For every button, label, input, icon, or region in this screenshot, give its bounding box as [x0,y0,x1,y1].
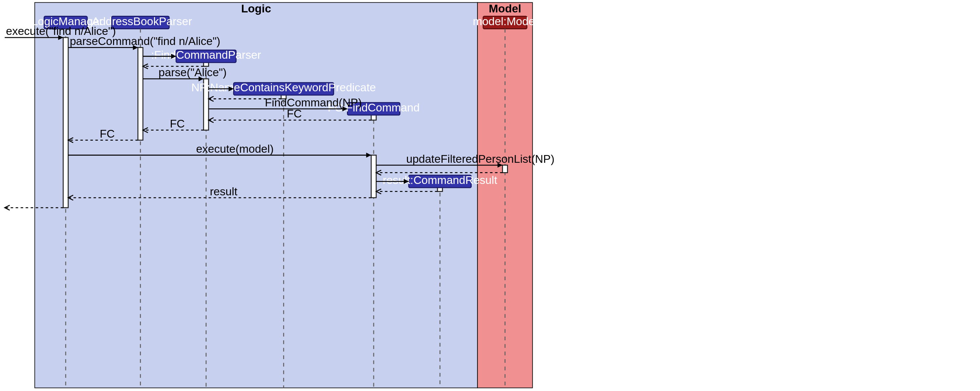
svg-text:FC: FC [287,107,302,120]
svg-text:parse("Alice"): parse("Alice") [159,66,227,78]
activation-model [503,165,508,172]
activation-abp [138,48,143,140]
svg-text:execute(model): execute(model) [196,143,274,155]
svg-text:FindCommand(NP): FindCommand(NP) [265,96,362,109]
svg-text:FC: FC [170,118,185,130]
activation-lm [63,38,68,208]
sequence-diagram: Logic Model :LogicManager :AddressBookPa… [0,0,980,391]
frame-logic-label: Logic [241,2,271,15]
svg-text:parseCommand("find n/Alice"): parseCommand("find n/Alice") [70,35,220,47]
svg-text:updateFilteredPersonList(NP): updateFilteredPersonList(NP) [406,153,555,165]
svg-text:FC: FC [100,128,115,140]
svg-text:result:CommandResult: result:CommandResult [383,174,498,186]
frame-model-label: Model [489,2,521,15]
participant-command-result: result:CommandResult [383,174,498,188]
svg-text::FindCommandParser: :FindCommandParser [151,49,261,61]
participant-predicate: NP:NameContainsKeywordPredicate [191,81,376,95]
svg-text:result: result [210,185,237,198]
svg-text:NP:NameContainsKeywordPredicat: NP:NameContainsKeywordPredicate [191,81,376,94]
participant-model: model:Model [473,15,537,29]
participant-find-command-parser: :FindCommandParser [151,49,261,62]
svg-text:model:Model: model:Model [473,15,537,27]
